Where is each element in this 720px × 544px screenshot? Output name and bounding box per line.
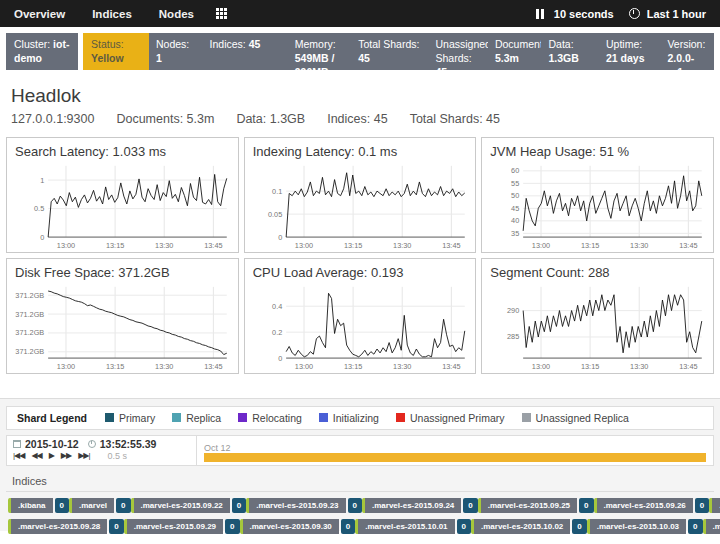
node-stat: Documents: 5.3m	[116, 112, 214, 126]
apps-grid-icon[interactable]	[216, 8, 227, 19]
index-badge[interactable]: .marvel-es-2015.09.26 0	[594, 498, 710, 513]
svg-text:0.1: 0.1	[272, 187, 282, 196]
metric-value: 1	[156, 52, 162, 64]
chart-current-value: 0.193	[371, 265, 404, 280]
svg-text:60: 60	[511, 166, 519, 175]
index-badge[interactable]: .marvel-es-2015.09.28 0	[8, 519, 124, 534]
svg-text:13:45: 13:45	[680, 362, 698, 371]
index-badge[interactable]: .marvel-es-2015.10.02 0	[471, 519, 587, 534]
app-root: Overview Indices Nodes 10 seconds Last 1…	[0, 0, 720, 531]
timeline-time: 13:52:55.39	[100, 438, 157, 450]
index-badge[interactable]: .marvel 0	[69, 498, 130, 513]
index-badge[interactable]: .marvel-es-2015.10.03 0	[587, 519, 703, 534]
svg-text:13:00: 13:00	[57, 241, 75, 250]
clock-icon	[629, 8, 640, 19]
index-badge[interactable]: .marvel-es-2015.09.24 0	[362, 498, 478, 513]
index-shard-count: 0	[225, 519, 239, 534]
svg-text:13:15: 13:15	[581, 241, 599, 250]
metric-value: 45	[249, 38, 261, 50]
pause-icon[interactable]	[536, 9, 544, 19]
index-badge[interactable]: .marvel-es-2015.09.23 0	[246, 498, 362, 513]
svg-text:13:45: 13:45	[442, 362, 460, 371]
shard-timeline: 2015-10-12 13:52:55.39 |◀◀ ◀◀ ▶	[6, 435, 714, 466]
svg-text:0: 0	[278, 233, 282, 242]
index-badge[interactable]: .marvel-es-2015.09.27 0	[709, 498, 720, 513]
chart-title: Segment Count: 288	[490, 265, 707, 280]
legend-label: Unassigned Primary	[410, 412, 505, 424]
nav-tab[interactable]: Indices	[92, 8, 132, 20]
index-shard-count: 0	[348, 498, 362, 513]
index-shard-count: 0	[116, 498, 130, 513]
chart-metric-name: Disk Free Space:	[15, 265, 115, 280]
line-chart: 13:0013:1513:3013:45371.2GB371.2GB371.2G…	[13, 280, 232, 372]
timeline-track[interactable]: Oct 12	[197, 436, 713, 465]
index-name: .marvel-es-2015.09.22	[131, 498, 230, 513]
nav-tab[interactable]: Overview	[14, 8, 65, 20]
index-name: .marvel-es-2015.09.23	[246, 498, 345, 513]
svg-text:371.2GB: 371.2GB	[15, 309, 44, 318]
svg-text:0.5: 0.5	[34, 204, 44, 213]
cluster-metric: Documents: 5.3m	[488, 33, 542, 70]
index-name: .marvel-es-2015.10.04	[703, 519, 720, 534]
playback-button[interactable]: ▶	[49, 451, 54, 460]
metric-value: 45	[435, 66, 447, 70]
chart-metric-name: Segment Count:	[490, 265, 584, 280]
index-shard-count: 0	[572, 519, 586, 534]
svg-text:13:00: 13:00	[532, 241, 550, 250]
index-badge[interactable]: .marvel-es-2015.09.25 0	[478, 498, 594, 513]
metric-value: 549MB / 990MB	[295, 52, 335, 70]
refresh-interval[interactable]: 10 seconds	[554, 8, 614, 20]
cluster-label: Cluster:	[14, 38, 50, 50]
legend-swatch-icon	[396, 413, 405, 422]
index-badge[interactable]: .marvel-es-2015.10.04 0	[703, 519, 720, 534]
cluster-status-box: Status: Yellow	[83, 33, 149, 70]
index-name: .marvel-es-2015.09.28	[8, 519, 107, 534]
cluster-metric: Total Shards: 45	[351, 33, 428, 70]
nav-tabs: Overview Indices Nodes	[14, 8, 194, 20]
svg-text:45: 45	[511, 204, 519, 213]
svg-text:13:30: 13:30	[155, 241, 173, 250]
index-badge[interactable]: .marvel-es-2015.09.30 0	[240, 519, 356, 534]
index-badge[interactable]: .marvel-es-2015.09.22 0	[131, 498, 247, 513]
node-stat: 127.0.0.1:9300	[11, 112, 94, 126]
index-name: .marvel-es-2015.09.27	[709, 498, 720, 513]
cluster-metric: Uptime: 21 days	[599, 33, 660, 70]
legend-item: Unassigned Replica	[522, 412, 629, 424]
timeline-bar[interactable]	[204, 453, 706, 462]
metric-label: Data:	[548, 38, 573, 50]
index-badge[interactable]: .marvel-es-2015.09.29 0	[124, 519, 240, 534]
chart-title: Indexing Latency: 0.1 ms	[253, 144, 470, 159]
index-shard-count: 0	[695, 498, 709, 513]
chart-title: Disk Free Space: 371.2GB	[15, 265, 232, 280]
chart-title: CPU Load Average: 0.193	[253, 265, 470, 280]
top-navbar: Overview Indices Nodes 10 seconds Last 1…	[0, 0, 720, 27]
node-name-heading: Headlok	[11, 85, 720, 107]
index-name: .marvel-es-2015.09.29	[124, 519, 223, 534]
playback-buttons: |◀◀ ◀◀ ▶ ▶▶ ▶▶|	[13, 451, 90, 460]
metric-label: Memory:	[295, 38, 336, 50]
playback-button[interactable]: |◀◀	[13, 451, 24, 460]
playback-button[interactable]: ▶▶|	[78, 451, 89, 460]
time-range-selector[interactable]: Last 1 hour	[647, 8, 706, 20]
line-chart: 13:0013:1513:3013:45605550454035	[488, 159, 707, 251]
node-stats: 127.0.0.1:9300 Documents: 5.3m Data: 1.3…	[11, 112, 720, 126]
index-name: .marvel-es-2015.10.01	[355, 519, 454, 534]
playback-button[interactable]: ▶▶	[61, 451, 71, 460]
nav-tab[interactable]: Nodes	[159, 8, 194, 20]
index-name: .marvel-es-2015.10.03	[587, 519, 686, 534]
index-shard-count: 0	[463, 498, 477, 513]
svg-text:0.05: 0.05	[268, 210, 282, 219]
svg-text:0: 0	[278, 353, 282, 362]
chart-current-value: 51 %	[599, 144, 629, 159]
cluster-name-box: Cluster: iot-demo	[6, 33, 78, 70]
svg-text:13:00: 13:00	[295, 362, 313, 371]
index-name: .marvel	[69, 498, 114, 513]
index-name: .marvel-es-2015.10.02	[471, 519, 570, 534]
timeline-controls-panel: 2015-10-12 13:52:55.39 |◀◀ ◀◀ ▶	[7, 436, 197, 465]
playback-button[interactable]: ◀◀	[31, 451, 41, 460]
index-badge[interactable]: .kibana 0	[8, 498, 69, 513]
index-name: .marvel-es-2015.09.30	[240, 519, 339, 534]
index-badge[interactable]: .marvel-es-2015.10.01 0	[355, 519, 471, 534]
cluster-metric: Version: 2.0.0-rc1	[660, 33, 714, 70]
index-name: .kibana	[8, 498, 53, 513]
